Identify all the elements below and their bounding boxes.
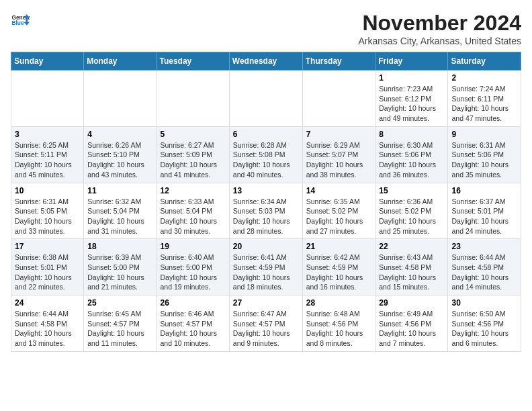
weekday-header: Saturday	[448, 52, 521, 71]
weekday-header: Sunday	[11, 52, 84, 71]
day-number: 4	[87, 130, 152, 139]
calendar: SundayMondayTuesdayWednesdayThursdayFrid…	[11, 52, 521, 352]
day-info: Sunrise: 6:35 AM Sunset: 5:02 PM Dayligh…	[306, 197, 372, 236]
day-number: 24	[15, 298, 80, 308]
calendar-cell: 8Sunrise: 6:30 AM Sunset: 5:06 PM Daylig…	[375, 126, 448, 183]
calendar-week-row: 10Sunrise: 6:31 AM Sunset: 5:05 PM Dayli…	[11, 183, 521, 239]
day-info: Sunrise: 6:46 AM Sunset: 4:57 PM Dayligh…	[160, 309, 225, 349]
day-number: 16	[451, 186, 517, 195]
day-info: Sunrise: 6:26 AM Sunset: 5:10 PM Dayligh…	[87, 140, 152, 180]
calendar-cell: 22Sunrise: 6:43 AM Sunset: 4:58 PM Dayli…	[375, 239, 448, 295]
calendar-week-row: 17Sunrise: 6:38 AM Sunset: 5:01 PM Dayli…	[11, 239, 521, 295]
calendar-cell: 13Sunrise: 6:34 AM Sunset: 5:03 PM Dayli…	[229, 183, 302, 239]
day-info: Sunrise: 7:23 AM Sunset: 6:12 PM Dayligh…	[379, 84, 444, 124]
day-info: Sunrise: 6:30 AM Sunset: 5:06 PM Dayligh…	[379, 140, 444, 180]
calendar-cell	[11, 71, 84, 127]
location: Arkansas City, Arkansas, United States	[358, 36, 521, 46]
calendar-cell	[229, 71, 302, 127]
calendar-cell	[302, 71, 375, 127]
weekday-header: Thursday	[302, 52, 375, 71]
day-number: 27	[233, 298, 299, 308]
weekday-header: Tuesday	[157, 52, 229, 71]
weekday-header: Monday	[84, 52, 157, 71]
day-info: Sunrise: 6:48 AM Sunset: 4:56 PM Dayligh…	[306, 309, 372, 349]
day-info: Sunrise: 6:44 AM Sunset: 4:58 PM Dayligh…	[15, 309, 80, 349]
day-number: 25	[87, 298, 152, 308]
day-info: Sunrise: 6:43 AM Sunset: 4:58 PM Dayligh…	[379, 253, 444, 292]
day-number: 13	[233, 186, 299, 195]
day-info: Sunrise: 6:47 AM Sunset: 4:57 PM Dayligh…	[233, 309, 299, 349]
day-info: Sunrise: 6:31 AM Sunset: 5:05 PM Dayligh…	[15, 197, 80, 236]
day-info: Sunrise: 6:39 AM Sunset: 5:00 PM Dayligh…	[87, 253, 152, 292]
calendar-week-row: 1Sunrise: 7:23 AM Sunset: 6:12 PM Daylig…	[11, 71, 521, 127]
calendar-cell: 20Sunrise: 6:41 AM Sunset: 4:59 PM Dayli…	[229, 239, 302, 295]
day-number: 2	[451, 73, 517, 83]
calendar-cell: 10Sunrise: 6:31 AM Sunset: 5:05 PM Dayli…	[11, 183, 84, 239]
calendar-cell: 24Sunrise: 6:44 AM Sunset: 4:58 PM Dayli…	[11, 295, 84, 352]
header: General Blue November 2024 Arkansas City…	[11, 11, 521, 46]
day-info: Sunrise: 6:45 AM Sunset: 4:57 PM Dayligh…	[87, 309, 152, 349]
calendar-week-row: 3Sunrise: 6:25 AM Sunset: 5:11 PM Daylig…	[11, 126, 521, 183]
calendar-cell	[157, 71, 229, 127]
day-number: 18	[87, 242, 152, 251]
day-number: 10	[15, 186, 80, 195]
calendar-cell: 21Sunrise: 6:42 AM Sunset: 4:59 PM Dayli…	[302, 239, 375, 295]
day-number: 22	[379, 242, 444, 251]
calendar-cell: 5Sunrise: 6:27 AM Sunset: 5:09 PM Daylig…	[157, 126, 229, 183]
day-number: 11	[87, 186, 152, 195]
calendar-header-row: SundayMondayTuesdayWednesdayThursdayFrid…	[11, 52, 521, 71]
day-info: Sunrise: 6:27 AM Sunset: 5:09 PM Dayligh…	[160, 140, 225, 180]
calendar-cell: 17Sunrise: 6:38 AM Sunset: 5:01 PM Dayli…	[11, 239, 84, 295]
svg-text:Blue: Blue	[11, 19, 24, 26]
day-number: 8	[379, 130, 444, 139]
calendar-cell: 2Sunrise: 7:24 AM Sunset: 6:11 PM Daylig…	[448, 71, 521, 127]
day-number: 5	[160, 130, 225, 139]
calendar-cell: 12Sunrise: 6:33 AM Sunset: 5:04 PM Dayli…	[157, 183, 229, 239]
calendar-cell: 14Sunrise: 6:35 AM Sunset: 5:02 PM Dayli…	[302, 183, 375, 239]
day-info: Sunrise: 6:31 AM Sunset: 5:06 PM Dayligh…	[451, 140, 517, 180]
day-info: Sunrise: 7:24 AM Sunset: 6:11 PM Dayligh…	[451, 84, 517, 124]
day-info: Sunrise: 6:33 AM Sunset: 5:04 PM Dayligh…	[160, 197, 225, 236]
day-number: 6	[233, 130, 299, 139]
day-number: 15	[379, 186, 444, 195]
day-info: Sunrise: 6:28 AM Sunset: 5:08 PM Dayligh…	[233, 140, 299, 180]
calendar-cell: 6Sunrise: 6:28 AM Sunset: 5:08 PM Daylig…	[229, 126, 302, 183]
day-info: Sunrise: 6:36 AM Sunset: 5:02 PM Dayligh…	[379, 197, 444, 236]
calendar-cell: 3Sunrise: 6:25 AM Sunset: 5:11 PM Daylig…	[11, 126, 84, 183]
calendar-cell: 1Sunrise: 7:23 AM Sunset: 6:12 PM Daylig…	[375, 71, 448, 127]
day-number: 30	[451, 298, 517, 308]
title-area: November 2024 Arkansas City, Arkansas, U…	[358, 11, 521, 46]
day-number: 12	[160, 186, 225, 195]
day-number: 26	[160, 298, 225, 308]
day-info: Sunrise: 6:49 AM Sunset: 4:56 PM Dayligh…	[379, 309, 444, 349]
day-number: 19	[160, 242, 225, 251]
day-info: Sunrise: 6:34 AM Sunset: 5:03 PM Dayligh…	[233, 197, 299, 236]
day-number: 3	[15, 130, 80, 139]
day-info: Sunrise: 6:25 AM Sunset: 5:11 PM Dayligh…	[15, 140, 80, 180]
weekday-header: Wednesday	[229, 52, 302, 71]
calendar-cell: 26Sunrise: 6:46 AM Sunset: 4:57 PM Dayli…	[157, 295, 229, 352]
calendar-cell: 23Sunrise: 6:44 AM Sunset: 4:58 PM Dayli…	[448, 239, 521, 295]
day-number: 9	[451, 130, 517, 139]
calendar-cell: 25Sunrise: 6:45 AM Sunset: 4:57 PM Dayli…	[84, 295, 157, 352]
day-number: 14	[306, 186, 372, 195]
day-info: Sunrise: 6:41 AM Sunset: 4:59 PM Dayligh…	[233, 253, 299, 292]
day-number: 23	[451, 242, 517, 251]
calendar-cell: 30Sunrise: 6:50 AM Sunset: 4:56 PM Dayli…	[448, 295, 521, 352]
day-info: Sunrise: 6:29 AM Sunset: 5:07 PM Dayligh…	[306, 140, 372, 180]
calendar-cell: 19Sunrise: 6:40 AM Sunset: 5:00 PM Dayli…	[157, 239, 229, 295]
calendar-week-row: 24Sunrise: 6:44 AM Sunset: 4:58 PM Dayli…	[11, 295, 521, 352]
logo-icon: General Blue	[11, 11, 30, 30]
calendar-cell: 4Sunrise: 6:26 AM Sunset: 5:10 PM Daylig…	[84, 126, 157, 183]
day-info: Sunrise: 6:37 AM Sunset: 5:01 PM Dayligh…	[451, 197, 517, 236]
calendar-cell: 9Sunrise: 6:31 AM Sunset: 5:06 PM Daylig…	[448, 126, 521, 183]
day-number: 29	[379, 298, 444, 308]
day-number: 28	[306, 298, 372, 308]
calendar-cell: 15Sunrise: 6:36 AM Sunset: 5:02 PM Dayli…	[375, 183, 448, 239]
day-info: Sunrise: 6:40 AM Sunset: 5:00 PM Dayligh…	[160, 253, 225, 292]
day-number: 20	[233, 242, 299, 251]
calendar-cell: 28Sunrise: 6:48 AM Sunset: 4:56 PM Dayli…	[302, 295, 375, 352]
day-info: Sunrise: 6:44 AM Sunset: 4:58 PM Dayligh…	[451, 253, 517, 292]
calendar-cell: 18Sunrise: 6:39 AM Sunset: 5:00 PM Dayli…	[84, 239, 157, 295]
calendar-cell	[84, 71, 157, 127]
